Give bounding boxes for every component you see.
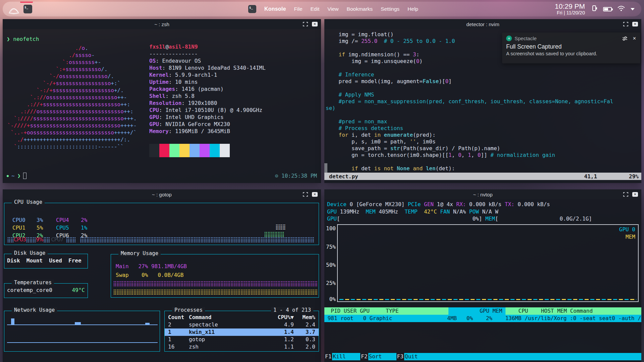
wifi-icon[interactable] — [617, 5, 625, 13]
tray-expand-icon[interactable] — [631, 8, 635, 10]
memory-usage-panel: Memory Usage Main 27% 981.1MB/4GB Swap 0… — [111, 254, 319, 298]
endeavouros-logo[interactable] — [7, 3, 20, 15]
notification-close-icon[interactable]: ✕ — [633, 36, 636, 41]
info-row: Resolution: 644x362 — [149, 100, 266, 107]
ascii-line: .://+ssssssssssssssssssssssso++: — [7, 101, 137, 108]
spectacle-icon: ✳ — [506, 36, 512, 41]
color-swatch — [210, 144, 220, 157]
menu-help[interactable]: Help — [408, 6, 418, 12]
menu-settings[interactable]: Settings — [381, 6, 399, 12]
menu-view[interactable]: View — [327, 6, 338, 12]
network-rx-line — [7, 324, 158, 325]
window-gotop: ~ : gotop ✕ CPU Usage CPU03%CPU42%CPU15%… — [3, 189, 321, 362]
app-title: Konsole — [264, 6, 286, 12]
menu-bookmarks[interactable]: Bookmarks — [347, 6, 373, 12]
y-axis-label: 0% — [325, 296, 336, 302]
monitor-activity-icon[interactable]: ✕ — [312, 22, 318, 26]
fkey-action-sort[interactable]: Sort — [368, 353, 396, 360]
color-swatch — [149, 144, 159, 157]
process-row[interactable]: 1kwin_x111.43.7 — [165, 328, 319, 336]
scrollbar-thumb[interactable] — [324, 163, 327, 173]
disk-usage-panel: Disk Usage Disk Mount Used Free — [4, 254, 88, 268]
process-row[interactable]: 1gotop1.20.3 — [165, 336, 319, 343]
code-line: pred = model(img, augment=False)[0] — [326, 78, 613, 85]
monitor-activity-icon[interactable]: ✕ — [632, 22, 638, 26]
text-cursor[interactable] — [23, 173, 26, 179]
ascii-line: ./++++++++++++++++++++++++++++++/:. — [7, 136, 137, 143]
menu-edit[interactable]: Edit — [311, 6, 320, 12]
clock-date: Fri | 11/20/20 — [555, 10, 585, 16]
code-line: save_path = str(Path(save_dir) / Path(p)… — [326, 145, 613, 152]
fkey-action-kill[interactable]: Kill — [332, 353, 360, 360]
zsh-content: ❯ neofetch ./o. ./sssso- `:osssssss+- `:… — [3, 29, 321, 183]
processes-panel: Processes 1 - 4 of 213 Count Command CPU… — [164, 311, 319, 352]
prompt-glyph: ● — [7, 174, 9, 178]
color-swatch — [200, 144, 210, 157]
cpu-usage-panel: CPU Usage CPU03%CPU42%CPU15%CPU51%CPU22%… — [4, 203, 319, 245]
code-line: p, s, im0 = path, '', im0s — [326, 138, 613, 145]
color-swatch — [159, 144, 169, 157]
process-row[interactable]: 2spectacle4.92.4 — [165, 321, 319, 328]
system-tray — [592, 5, 635, 13]
code-line: gn = torch.tensor(im0.shape)[[1, 0, 1, 0… — [326, 152, 613, 159]
ascii-line: `:+sssssssssso/. — [7, 66, 137, 73]
memory-main-bar: ⣿⣿⣿⣿⣿⣿⣿⣿⣿⣿⣿⣿⣿⣿⣿⣿⣿⣿⣿⣿⣿⣿⣿⣿⣿⣿⣿⣿⣿⣿⣿⣿⣿⣿⣿⣿⣿⣿⣿⣿… — [113, 281, 317, 287]
notification-popup: ✳ Spectacle ✕ Full Screen Captured A scr… — [502, 33, 640, 63]
ascii-line: `-/ossssssssssssso/. — [7, 73, 137, 80]
titlebar-gotop[interactable]: ~ : gotop ✕ — [3, 189, 321, 199]
panel-title: Memory Usage — [118, 250, 161, 256]
monitor-activity-icon[interactable]: ✕ — [312, 192, 318, 197]
gpu-utilization-graph: GPU 0 MEM — [337, 224, 639, 302]
titlebar-zsh[interactable]: ~ : zsh ✕ — [3, 19, 321, 29]
clock-widget[interactable]: 10:29 PM Fri | 11/20/20 — [555, 2, 585, 15]
fkey-action-quit[interactable]: Quit — [404, 353, 641, 360]
code-line: if det is not None and len(det): — [326, 165, 613, 172]
ascii-line: `-:/+sssssssssssssssssso+/. — [7, 87, 137, 94]
scroll-percent: 29% — [629, 173, 639, 180]
sorted-column-header[interactable]: GPU MEM — [448, 307, 505, 315]
notification-app-name: Spectacle — [515, 36, 537, 41]
neofetch-info: fxs1l@asil-81N9---------------OS: Endeav… — [149, 43, 266, 135]
shell-prompt: ● ~ ❯ ⊙ 10:25:38 PM — [7, 173, 317, 179]
fkey-label: F3 — [396, 353, 404, 360]
ascii-line: `..-+oosssssssssssssssssssssssso+++++/` — [7, 129, 137, 136]
code-line: # Process detections — [326, 125, 613, 132]
cwd: ~ — [11, 173, 15, 179]
code-line: # Apply NMS — [326, 92, 613, 98]
titlebar-nvtop[interactable]: ~ : nvtop ✕ — [324, 189, 641, 199]
notification-settings-icon[interactable] — [622, 36, 628, 41]
device-tray-icon[interactable] — [592, 5, 598, 13]
y-axis-label: 50% — [325, 262, 336, 268]
panel-title: CPU Usage — [12, 199, 45, 205]
battery-icon[interactable] — [603, 7, 612, 11]
window-title: detector : nvim — [466, 21, 499, 27]
ascii-line: .:///ossssssssssssssssssssssssso++: — [7, 108, 137, 115]
ascii-line: `-/+sssssssssssssssso+:` — [7, 80, 137, 87]
menu-file[interactable]: File — [294, 6, 303, 12]
expand-view-icon[interactable] — [303, 192, 308, 197]
cpu-graph-baseline: ⣿⣿CPU3⣿⣿⣿9%⣿⣿ CPU7 ⣿⣿⣿ ⣿⣿⣿⣿⣿⣿⣿⣿⣿⣿⣿⣿⣿⣿⣿⣿⣿… — [7, 237, 317, 243]
konsole-taskbar-icon[interactable]: $_ — [23, 5, 32, 13]
terminal-glyph: $_ — [249, 6, 253, 9]
info-row: GPU: Intel UHD Graphics — [149, 114, 266, 121]
code-line — [326, 65, 613, 71]
monitor-activity-icon[interactable]: ✕ — [632, 192, 638, 197]
expand-view-icon[interactable] — [623, 192, 628, 197]
nvtop-content: Device 0 [GeForce MX230] PCIe GEN 1@ 4x … — [324, 199, 641, 362]
panel-title: Processes — [172, 307, 205, 313]
terminal-color-palette — [149, 144, 230, 157]
info-row: OS: Endeavour OS — [149, 57, 266, 64]
temperatures-panel: Temperatures coretemp_core0 49°C — [4, 283, 88, 298]
titlebar-nvim[interactable]: detector : nvim ✕ — [324, 19, 641, 29]
ascii-line: ./sssso- — [7, 52, 137, 59]
nvim-content: img = img.float() img /= 255.0 # 0 - 255… — [324, 29, 641, 183]
y-axis-label: 75% — [325, 244, 336, 250]
process-row[interactable]: 16zsh1.12.0 — [165, 343, 319, 351]
expand-view-icon[interactable] — [623, 22, 628, 26]
info-row: Uptime: 10 mins — [149, 78, 266, 85]
expand-view-icon[interactable] — [303, 22, 308, 26]
titlebar-icons: ✕ — [303, 189, 318, 199]
color-swatch — [169, 144, 179, 157]
network-rx-bump — [75, 322, 81, 324]
gpu-process-row[interactable]: 981 root 0 Graphic 4MB 0% 2% 136MB /usr/… — [324, 315, 641, 322]
